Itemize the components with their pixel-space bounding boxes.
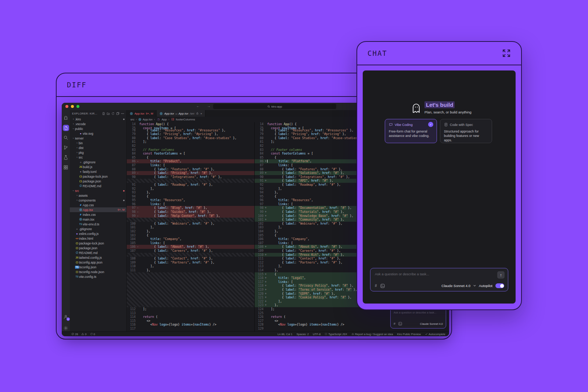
code-line-original-106[interactable]: 106- { label: "About", href: "#" }, xyxy=(127,245,254,249)
tree-folder-server[interactable]: ›server xyxy=(70,136,126,141)
attach-image-icon[interactable] xyxy=(380,284,385,288)
tree-file-tsconfig.node.json[interactable]: {}tsconfig.node.json xyxy=(70,269,126,274)
tree-file-package.json[interactable]: {}package.json xyxy=(70,246,126,250)
tree-file-App.tsx[interactable]: App.tsx9+, M xyxy=(70,207,126,212)
tree-file-.gitignore[interactable]: ◇.gitignore xyxy=(70,160,126,164)
status-report-a-bug-suggest-an-[interactable]: Report a bug / Suggest an idea xyxy=(351,333,393,336)
code-line-original-115[interactable]: 115 <> xyxy=(127,319,254,323)
tree-folder-components[interactable]: ›components xyxy=(70,198,126,203)
status-utf-8[interactable]: UTF-8 xyxy=(313,333,320,336)
editor-tab-App.tsx[interactable]: App.tsx9+, M xyxy=(127,110,157,117)
tree-file-tailwind.config.js[interactable]: JStailwind.config.js xyxy=(70,255,126,260)
expand-icon[interactable] xyxy=(502,49,511,58)
code-line-original-104[interactable]: 104 title: "Company", xyxy=(127,237,254,241)
tree-file-vite-env.d.ts[interactable]: TSvite-env.d.ts xyxy=(70,222,126,226)
code-line-original-112[interactable]: 112 ]; xyxy=(127,307,254,311)
inline-chat-input[interactable]: Ask a question or describe a task... # C… xyxy=(390,308,446,329)
code-line-original-90[interactable]: 90 { label: "Integrations", href: "#" }, xyxy=(127,175,254,179)
open-editors-icon[interactable] xyxy=(116,112,119,115)
close-tab-icon[interactable]: × xyxy=(200,112,202,115)
context-hash-icon[interactable]: # xyxy=(375,284,377,288)
card-code-with-spec[interactable]: Code with SpecStructured approach for bu… xyxy=(440,119,492,143)
tree-file-vite.config.ts[interactable]: TSvite.config.ts xyxy=(70,274,126,279)
new-file-icon[interactable] xyxy=(102,112,105,115)
tree-folder-dist[interactable]: ›dist xyxy=(70,145,126,150)
code-line-original-117[interactable]: 117 xyxy=(127,327,254,331)
code-line-original-101[interactable]: 101 ], xyxy=(127,225,254,229)
code-line-original-81[interactable]: 81 ]; xyxy=(127,140,254,144)
model-selector[interactable]: Claude Sonnet 4.0 xyxy=(441,284,470,288)
code-line-original-80[interactable]: 80 { label: "Case Studies", href: "#case… xyxy=(127,136,254,140)
status-typescript-jsx[interactable]: TypeScript JSX xyxy=(325,333,347,336)
status-kiro-public-preview[interactable]: Kiro Public Preview xyxy=(397,333,421,336)
code-line-original-88[interactable]: 88 { label: "Features", href: "#" }, xyxy=(127,167,254,171)
tree-folder-.kiro[interactable]: ›.kiro xyxy=(70,117,126,121)
code-line-original-107[interactable]: 107 { label: "Careers", href: "#" }, xyxy=(127,249,254,253)
chevron-down-icon[interactable] xyxy=(473,285,476,287)
activity-item-search[interactable] xyxy=(63,135,69,141)
tree-file-package.json[interactable]: {}package.json xyxy=(70,179,126,184)
code-line-original-83[interactable]: 83 // Footer columns xyxy=(127,148,254,152)
tree-folder-bin[interactable]: ›bin xyxy=(70,141,126,145)
breadcrumb-src[interactable]: src xyxy=(130,118,135,121)
tree-file-fastly.toml[interactable]: ✱fastly.toml xyxy=(70,169,126,174)
code-line-original-98[interactable]: 98- { label: "Guides", href: "#" }, xyxy=(127,210,254,214)
send-button[interactable]: ↑ xyxy=(497,271,505,279)
status-error-circle[interactable]: 26 xyxy=(71,333,78,336)
tree-file-build.js[interactable]: JSbuild.js xyxy=(70,164,126,169)
code-line-original-91[interactable]: 91 { label: "Roadmap", href: "#" }, xyxy=(127,183,254,187)
history-nav-arrows[interactable]: ← → xyxy=(196,104,214,108)
refresh-icon[interactable] xyxy=(111,112,115,115)
code-line-original-82[interactable]: 82 xyxy=(127,144,254,148)
tree-file-eslint.config.js[interactable]: ◉eslint.config.js xyxy=(70,231,126,236)
tree-folder-src[interactable]: ›src xyxy=(70,155,126,160)
code-line-original-100[interactable]: 100 { label: "Webinars", href: "#" }, xyxy=(127,222,254,226)
activity-item-extensions[interactable] xyxy=(63,164,69,170)
tree-file-.gitignore[interactable]: ◇.gitignore xyxy=(70,226,126,231)
code-line-original-109[interactable]: 109 { label: "Partners", href: "#" }, xyxy=(127,261,254,265)
tree-file-tsconfig.app.json[interactable]: {}tsconfig.app.json xyxy=(70,260,126,265)
code-line-original-86[interactable]: 86- title: "Product", xyxy=(127,159,254,163)
code-line-original-93[interactable]: 93 }, xyxy=(127,190,254,195)
code-line-original-99[interactable]: 99- { label: "Help Center", href: "#" }, xyxy=(127,214,254,218)
chat-input-box[interactable]: Ask a question or describe a task... ↑ #… xyxy=(370,268,508,291)
activity-item-settings-gear[interactable] xyxy=(63,325,69,331)
activity-item-source-control[interactable] xyxy=(63,145,69,150)
minimize-traffic-light[interactable] xyxy=(71,105,74,108)
status-autocomplete[interactable]: Autocomplete xyxy=(425,333,445,336)
breadcrumb-App[interactable]: ❒App xyxy=(157,118,167,121)
tree-file-main.tsx[interactable]: main.tsx xyxy=(70,217,126,222)
tree-file-README.md[interactable]: ⓘREADME.md xyxy=(70,250,126,255)
code-line-original-14[interactable]: 14function App() { xyxy=(127,122,254,126)
code-line-original-96[interactable]: 96 links: [ xyxy=(127,202,254,206)
code-line-original-108[interactable]: 108 { label: "Contact", href: "#" }, xyxy=(127,257,254,261)
context-hash-icon[interactable]: # xyxy=(394,322,395,326)
activity-item-kiro-ghost[interactable] xyxy=(63,115,69,121)
code-line-original-116[interactable]: 116 <Nav logo={logo} items={navItems} /> xyxy=(127,323,254,327)
attach-image-icon[interactable] xyxy=(398,322,402,326)
code-line-original-113[interactable]: 113 xyxy=(127,311,254,315)
code-line-original-87[interactable]: 87 links: [ xyxy=(127,163,254,167)
code-line-original-97[interactable]: 97- { label: "Blog", href: "#" }, xyxy=(127,206,254,210)
code-line-original-110[interactable]: 110 ], xyxy=(127,264,254,268)
model-selector[interactable]: Claude Sonnet 4.0 xyxy=(420,322,443,326)
code-line-original-95[interactable]: 95 title: "Resources", xyxy=(127,198,254,202)
code-line-original-89[interactable]: 89- { label: "Pricing", href: "#" }, xyxy=(127,171,254,175)
status-ln-86-col-1[interactable]: Ln 86, Col 1 xyxy=(277,333,292,336)
status-spaces-2[interactable]: Spaces: 2 xyxy=(297,333,309,336)
breadcrumb-App.tsx[interactable]: App.tsx xyxy=(138,118,153,121)
code-line-original-85[interactable]: 85 { xyxy=(127,156,254,160)
code-line-original-92[interactable]: 92 ], xyxy=(127,187,254,191)
editor-tab-App.tsxApp.tsx[interactable]: App.tsx ↔ App.tsx/src× xyxy=(157,110,205,117)
code-line-original-114[interactable]: 114 return ( xyxy=(127,315,254,319)
maximize-traffic-light[interactable] xyxy=(76,105,79,108)
tree-file-index.css[interactable]: #index.css xyxy=(70,212,126,217)
tree-file-index.html[interactable]: <>index.html xyxy=(70,236,126,241)
status-warning-triangle[interactable]: 0 xyxy=(81,333,86,336)
tree-file-vite.svg[interactable]: ◆vite.svg xyxy=(70,131,126,136)
code-line-original-105[interactable]: 105 links: [ xyxy=(127,241,254,245)
autopilot-toggle[interactable] xyxy=(495,283,504,288)
activity-item-explorer-files[interactable] xyxy=(63,125,69,131)
tree-folder-assets[interactable]: ›assets xyxy=(70,193,126,198)
code-line-original-111[interactable]: 111 }, xyxy=(127,268,254,272)
